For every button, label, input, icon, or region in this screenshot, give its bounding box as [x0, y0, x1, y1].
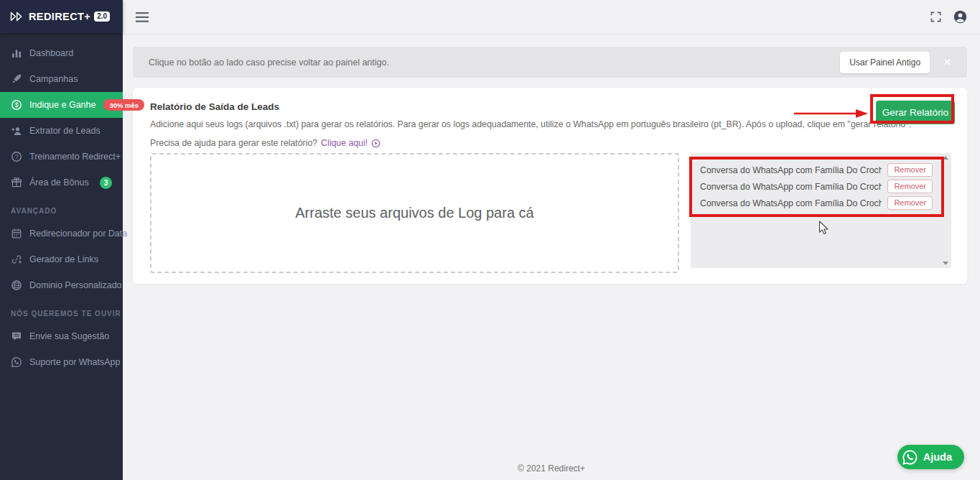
sidebar-item[interactable]: Redirecionador por Data: [0, 221, 123, 246]
help-link[interactable]: Clique aqui!: [321, 138, 368, 148]
dollar-circle-icon: $: [11, 99, 22, 111]
link-plus-icon: [11, 254, 22, 265]
sidebar-item[interactable]: Área de Bônus 3: [0, 170, 123, 195]
sidebar-item-badge: 30% mês: [103, 99, 144, 111]
notice-text: Clique no botão ao lado caso precise vol…: [149, 57, 389, 68]
sidebar-item-label: Dominio Personalizado: [29, 280, 122, 290]
file-row: Conversa do WhatsApp com Família Do Croc…: [700, 178, 943, 195]
sidebar-section-label: NÓS QUEREMOS TE OUVIR: [0, 298, 123, 323]
app-logo[interactable]: REDIRECT+ 2.0: [0, 0, 123, 33]
sidebar-item-label: Treinamento Redirect+: [29, 152, 121, 162]
help-circle-icon: ?: [11, 151, 22, 162]
help-button-label: Ajuda: [923, 451, 952, 463]
user-icon[interactable]: [953, 10, 967, 24]
upload-row: Arraste seus arquivos de Log para cá Con…: [150, 153, 951, 273]
log-dropzone[interactable]: Arraste seus arquivos de Log para cá: [150, 153, 679, 273]
report-description: Adicione aqui seus logs (arquivos .txt) …: [150, 119, 950, 129]
sidebar-item[interactable]: ? Treinamento Redirect+: [0, 144, 123, 170]
sidebar-item[interactable]: $ Indique e Ganhe 30% mês: [0, 92, 123, 118]
sidebar-item[interactable]: Dashboard: [0, 40, 123, 66]
whatsapp-help-button[interactable]: Ajuda: [897, 445, 964, 469]
sidebar-item-label: Suporte por WhatsApp: [29, 357, 120, 367]
sidebar-item[interactable]: Dominio Personalizado: [0, 272, 123, 298]
sidebar-item[interactable]: Extrator de Leads: [0, 118, 123, 144]
sidebar-item-label: Área de Bônus: [29, 177, 89, 188]
version-badge: 2.0: [94, 11, 110, 22]
footer-copyright: © 2021 Redirect+: [123, 463, 980, 474]
chat-icon: [11, 331, 22, 342]
sidebar: REDIRECT+ 2.0 Dashboard: [0, 0, 123, 480]
sidebar-item-label: Extrator de Leads: [29, 126, 101, 136]
uploaded-files-panel: Conversa do WhatsApp com Família Do Croc…: [691, 153, 951, 268]
sidebar-item[interactable]: Gerador de Links: [0, 246, 123, 272]
sidebar-group: NÓS QUEREMOS TE OUVIR Envie sua Sugestão…: [0, 298, 123, 375]
sidebar-item-label: Gerador de Links: [29, 254, 98, 264]
gift-icon: [11, 177, 22, 188]
use-old-panel-button[interactable]: Usar Painel Antigo: [840, 52, 930, 73]
scroll-down-icon[interactable]: [943, 262, 948, 265]
sidebar-item[interactable]: Envie sua Sugestão: [0, 323, 123, 349]
file-list: Conversa do WhatsApp com Família Do Croc…: [700, 162, 943, 211]
play-circle-icon[interactable]: [371, 139, 381, 148]
remove-file-button[interactable]: Remover: [887, 180, 933, 193]
sidebar-item-label: Dashboard: [29, 48, 73, 58]
sidebar-nav: Dashboard Campanhas $ Indique e Ganhe: [0, 33, 123, 375]
sidebar-item-label: Envie sua Sugestão: [29, 331, 109, 341]
dropzone-text: Arraste seus arquivos de Log para cá: [295, 205, 533, 221]
generate-report-button[interactable]: Gerar Relatório: [876, 101, 955, 124]
sidebar-item-label: Redirecionador por Data: [29, 229, 127, 239]
remove-file-button[interactable]: Remover: [887, 196, 933, 210]
svg-text:?: ?: [15, 153, 19, 160]
notice-bar: Clique no botão ao lado caso precise vol…: [133, 47, 967, 78]
remove-file-button[interactable]: Remover: [887, 163, 933, 177]
main-content: Clique no botão ao lado caso precise vol…: [123, 34, 980, 480]
menu-icon[interactable]: [136, 12, 149, 22]
svg-text:$: $: [15, 101, 19, 109]
help-line: Precisa de ajuda para gerar este relatór…: [150, 138, 950, 148]
globe-icon: [11, 280, 22, 291]
sidebar-section-label: AVANÇADO: [0, 195, 123, 221]
file-name: Conversa do WhatsApp com Família Do Croc…: [700, 182, 882, 192]
sidebar-group: AVANÇADO Redirecionador por Data Gerador…: [0, 195, 123, 298]
file-name: Conversa do WhatsApp com Família Do Croc…: [700, 165, 882, 175]
help-text: Precisa de ajuda para gerar este relatór…: [150, 138, 317, 148]
sidebar-item-label: Campanhas: [29, 74, 78, 84]
sidebar-group: Dashboard Campanhas $ Indique e Ganhe: [0, 40, 123, 195]
rocket-icon: [11, 73, 22, 85]
calendar-icon: [11, 228, 22, 239]
user-plus-icon: [11, 125, 22, 137]
file-name: Conversa do WhatsApp com Família Do Croc…: [700, 198, 882, 208]
whatsapp-icon: [902, 449, 918, 466]
sidebar-item[interactable]: Campanhas: [0, 66, 123, 92]
sidebar-item-label: Indique e Ganhe: [29, 100, 95, 110]
scroll-up-icon[interactable]: [943, 156, 948, 160]
play-forward-icon: [10, 11, 24, 22]
file-row: Conversa do WhatsApp com Família Do Croc…: [700, 162, 943, 178]
report-card: Relatório de Saída de Leads Adicione aqu…: [133, 88, 967, 284]
whatsapp-icon: [11, 356, 22, 368]
sidebar-item[interactable]: Suporte por WhatsApp: [0, 349, 123, 375]
file-row: Conversa do WhatsApp com Família Do Croc…: [700, 195, 943, 211]
fullscreen-icon[interactable]: [930, 11, 941, 22]
topbar: [123, 0, 980, 34]
close-icon[interactable]: ✕: [943, 57, 951, 68]
bar-chart-icon: [11, 47, 22, 59]
sidebar-item-badge: 3: [100, 177, 112, 189]
page-title: Relatório de Saída de Leads: [150, 101, 950, 112]
brand-name: REDIRECT+: [29, 11, 90, 22]
